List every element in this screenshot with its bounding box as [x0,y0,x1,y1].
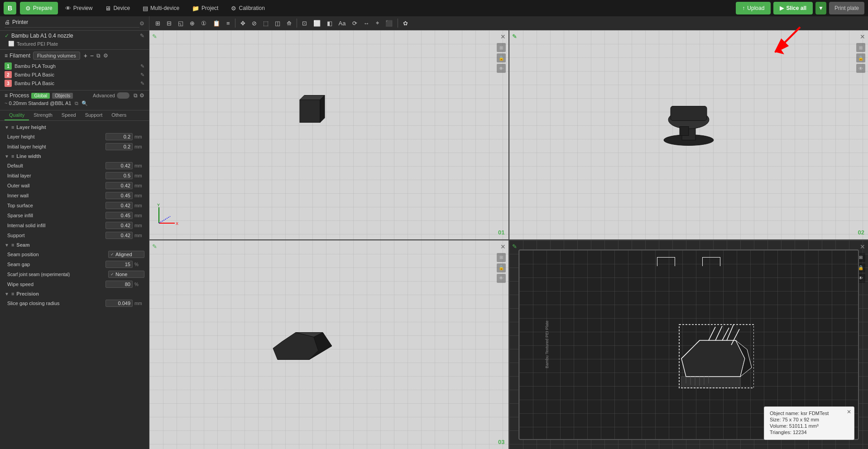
toolbar-btn-19[interactable]: ⌖ [374,18,381,28]
top-surface-input[interactable] [106,202,133,209]
cell-ctrl-03-2[interactable]: 🔒 [497,263,506,272]
cell-ctrl-02-1[interactable]: ⊞ [856,43,865,52]
toolbar-btn-10[interactable]: ⬚ [261,19,271,28]
slice-all-button[interactable]: ▶ Slice all [773,2,813,14]
tooltip-close-button[interactable]: ✕ [847,409,851,415]
toolbar-btn-18[interactable]: ↔ [361,19,372,28]
tab-preview[interactable]: 👁 Preview [60,2,98,14]
tab-speed[interactable]: Speed [57,110,81,120]
process-header: ≡ Process Global Objects Advanced ⧉ ⚙ [5,92,144,99]
line-width-section-header[interactable]: ▼ ≡ Line width [0,152,149,161]
toolbar-btn-16[interactable]: Aa [336,19,348,28]
tab-strength[interactable]: Strength [29,110,57,120]
filament-edit-1[interactable]: ✎ [140,63,144,69]
filament-edit-3[interactable]: ✎ [140,81,144,86]
tab-others[interactable]: Others [107,110,131,120]
process-copy-icon[interactable]: ⧉ [134,92,138,99]
toolbar-btn-13[interactable]: ⊡ [300,19,309,28]
print-plate-button[interactable]: Print plate [829,2,864,14]
toolbar-btn-5[interactable]: ① [199,19,209,28]
flushing-volumes-button[interactable]: Flushing volumes [33,52,80,60]
cell-ctrl-02-3[interactable]: 👁 [856,64,865,73]
filament-settings-icon[interactable]: ⚙ [103,53,108,59]
slice-gap-input[interactable] [106,300,133,307]
filament-title: ≡ Filament [5,53,30,59]
tab-quality[interactable]: Quality [5,110,29,120]
sparse-infill-input[interactable] [106,212,133,219]
toolbar-btn-14[interactable]: ⬜ [311,19,323,28]
toolbar-btn-3[interactable]: ◱ [176,19,186,28]
default-input[interactable] [106,162,133,169]
advanced-toggle[interactable]: Advanced [93,92,129,99]
objects-badge[interactable]: Objects [52,93,73,99]
printer-model: ✓ Bambu Lab A1 0.4 nozzle ✎ [5,33,144,39]
toolbar-btn-1[interactable]: ⊞ [153,19,163,28]
cell-label-02: 02 [858,229,864,236]
toolbar-btn-20[interactable]: ⬛ [383,19,395,28]
printer-edit-icon[interactable]: ✎ [140,33,144,39]
tab-device[interactable]: 🖥 Device [100,2,135,14]
cell-ctrl-1[interactable]: ⊞ [497,43,506,52]
outer-wall-input[interactable] [106,182,133,189]
toolbar-btn-21[interactable]: ✿ [401,19,410,28]
tab-support[interactable]: Support [81,110,107,120]
tab-calibration[interactable]: ⚙ Calibration [225,2,270,14]
main-area: 🖨 Printer ⚙ ✓ Bambu Lab A1 0.4 nozzle ✎ … [0,16,868,449]
toolbar-btn-11[interactable]: ◫ [273,19,283,28]
filament-edit-2[interactable]: ✎ [140,72,144,78]
viewport-cell-03[interactable]: ✎ ✕ ⊞ 🔒 👁 03 [149,240,508,449]
printer-settings-icon[interactable]: ⚙ [139,20,144,27]
cell-ctrl-03-1[interactable]: ⊞ [497,253,506,262]
internal-solid-infill-row: Internal solid infill mm [0,220,149,230]
seam-section-header[interactable]: ▼ ≡ Seam [0,240,149,249]
initial-layer-height-input[interactable] [106,143,133,150]
toolbar-btn-17[interactable]: ⟳ [350,19,360,28]
cell-close-02[interactable]: ✕ [860,33,865,40]
wipe-speed-input[interactable] [106,281,133,288]
cell-close-01[interactable]: ✕ [500,33,506,40]
preset-copy-icon[interactable]: ⧉ [75,100,78,106]
tab-prepare[interactable]: ⚙ Prepare [20,2,58,14]
cell-close-03[interactable]: ✕ [500,243,506,250]
cell-ctrl-3[interactable]: 👁 [497,64,506,73]
inner-wall-row: Inner wall mm [0,191,149,201]
precision-section-header[interactable]: ▼ ≡ Precision [0,289,149,298]
global-badge[interactable]: Global [31,93,50,99]
tab-project[interactable]: 📁 Project [187,2,224,14]
inner-wall-input[interactable] [106,192,133,199]
viewport-cell-02[interactable]: ✎ ✕ ⊞ 🔒 👁 [509,30,868,239]
scarf-joint-select[interactable]: ✓ None [108,271,144,278]
toolbar-btn-12[interactable]: ⟰ [284,19,294,28]
toolbar-btn-6[interactable]: 📋 [211,19,222,28]
cell-ctrl-02-2[interactable]: 🔒 [856,53,865,62]
toolbar-btn-7[interactable]: ≡ [224,19,232,28]
slice-gap-row: Slice gap closing radius mm [0,298,149,308]
cell-ctrl-2[interactable]: 🔒 [497,53,506,62]
support-input[interactable] [106,232,133,239]
toolbar-btn-9[interactable]: ⊘ [249,19,259,28]
viewport-cell-04[interactable]: ✎ ✕ ⊞ 🔒 👁 Bambu Textured PEI Plate [509,240,868,449]
initial-layer-input[interactable] [106,172,133,179]
remove-filament-button[interactable]: − [90,52,94,59]
toolbar-btn-15[interactable]: ◧ [325,19,335,28]
internal-solid-infill-input[interactable] [106,222,133,229]
layer-height-input[interactable] [106,133,133,140]
process-settings-icon[interactable]: ⚙ [139,92,144,99]
layer-height-section-header[interactable]: ▼ ≡ Layer height [0,123,149,132]
cell-ctrl-03-3[interactable]: 👁 [497,274,506,283]
preset-search-icon[interactable]: 🔍 [82,100,88,106]
add-filament-button[interactable]: + [84,52,87,59]
toolbar-btn-8[interactable]: ✥ [238,19,248,28]
seam-gap-input[interactable] [106,261,133,268]
upload-button[interactable]: ↑ Upload [736,2,771,14]
slice-dropdown-button[interactable]: ▼ [815,2,826,14]
filament-copy-icon[interactable]: ⧉ [96,53,101,59]
toolbar-btn-4[interactable]: ⊕ [187,19,197,28]
advanced-toggle-switch[interactable] [117,92,129,99]
toolbar-btn-2[interactable]: ⊟ [164,19,174,28]
svg-rect-0 [300,100,320,123]
tab-multi-device[interactable]: ▤ Multi-device [137,2,185,14]
viewport-cell-01[interactable]: ✎ ✕ ⊞ 🔒 👁 [149,30,508,239]
cell-close-04[interactable]: ✕ [860,243,865,250]
seam-position-select[interactable]: ✓ Aligned [108,251,144,258]
